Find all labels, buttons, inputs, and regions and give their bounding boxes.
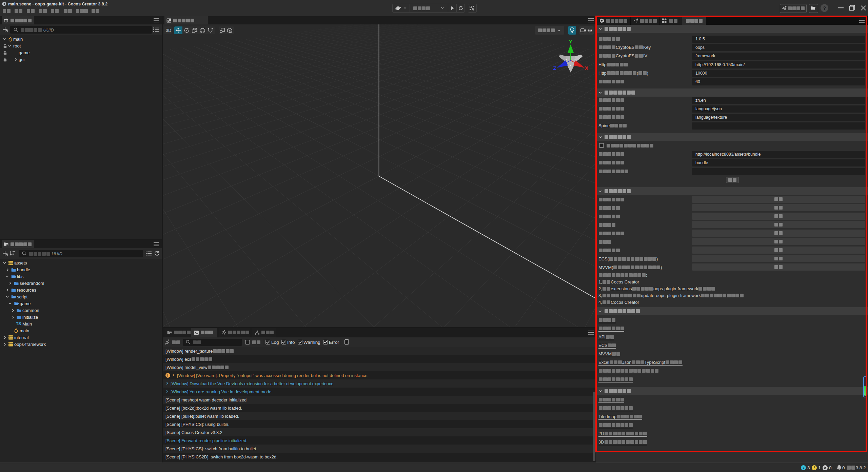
svg-text:Y: Y: [569, 39, 572, 44]
svg-text:X: X: [585, 65, 588, 71]
svg-text:Z: Z: [553, 65, 556, 71]
svg-text:?: ?: [823, 5, 826, 11]
